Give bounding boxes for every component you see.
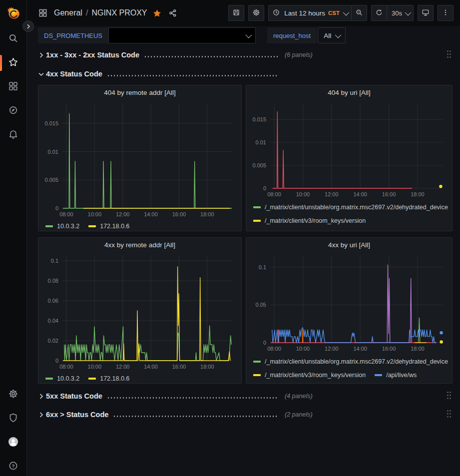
cycle-view-mode-button[interactable] — [418, 5, 434, 21]
chart-4xx-by-uri[interactable]: 00.050.108:0010:0012:0014:0016:0018:00 — [248, 253, 449, 354]
svg-text:08:00: 08:00 — [59, 211, 73, 217]
legend-item[interactable]: /api/live/ws — [375, 372, 417, 379]
chart-legend: /_matrix/client/unstable/org.matrix.msc2… — [246, 199, 452, 231]
legend-item[interactable]: 10.0.3.2 — [45, 375, 79, 382]
sidebar-item-server-admin[interactable] — [0, 413, 27, 425]
legend-row: /_matrix/client/r0/sync — [253, 382, 452, 383]
datasource-select[interactable] — [108, 27, 256, 43]
svg-text:0.015: 0.015 — [44, 120, 58, 126]
legend-label: 10.0.3.2 — [57, 223, 79, 230]
sidebar-item-user-profile[interactable] — [0, 437, 27, 449]
svg-text:14:00: 14:00 — [353, 346, 367, 352]
dashboard-settings-button[interactable] — [248, 5, 264, 21]
legend-label: 172.18.0.6 — [100, 223, 129, 230]
time-range-label: Last 12 hours — [284, 9, 325, 17]
sidebar-item-explore[interactable] — [0, 105, 27, 117]
chart-404-by-uri[interactable]: 00.0050.010.01508:0010:0012:0014:0016:00… — [248, 100, 449, 199]
legend-item[interactable]: /_matrix/client/v3/room_keys/version — [253, 217, 366, 224]
legend-row: /_matrix/client/v3/room_keys/version — [253, 214, 452, 227]
row-drag-handle[interactable] — [447, 410, 452, 420]
row-title[interactable]: 5xx Status Code — [46, 392, 102, 400]
breadcrumb-separator: / — [86, 8, 88, 17]
zoom-out-time-button[interactable] — [351, 5, 367, 21]
svg-text:08:00: 08:00 — [59, 364, 73, 370]
legend-row: /_matrix/client/unstable/org.matrix.msc2… — [253, 200, 452, 214]
sidebar-item-help[interactable]: ? — [0, 461, 27, 473]
row-drag-handle[interactable] — [447, 50, 452, 60]
refresh-button[interactable] — [371, 5, 387, 21]
apps-grid-icon[interactable] — [38, 8, 48, 18]
svg-text:14:00: 14:00 — [144, 211, 158, 217]
bell-icon — [8, 129, 18, 141]
sidebar-item-search[interactable] — [0, 33, 27, 45]
dashboard-row-4xx[interactable]: 4xx Status Code — [38, 67, 453, 81]
svg-text:0.04: 0.04 — [48, 318, 58, 324]
legend-item[interactable]: /_matrix/client/v3/room_keys/version — [253, 372, 366, 379]
breadcrumb-dashboard-title[interactable]: NGINX PROXY — [91, 8, 147, 17]
breadcrumb-folder[interactable]: General — [54, 8, 82, 17]
svg-text:14:00: 14:00 — [353, 191, 367, 197]
panel-4xx-by-remote-addr: 4xx by remote addr [All] 00.020.040.060.… — [38, 237, 242, 384]
search-icon — [8, 33, 18, 45]
row-title[interactable]: 4xx Status Code — [46, 70, 102, 78]
legend-item[interactable]: /_matrix/client/unstable/org.matrix.msc2… — [253, 358, 448, 365]
row-drag-handle[interactable] — [447, 391, 452, 402]
sidebar-item-starred[interactable] — [0, 57, 27, 69]
sidebar-item-configuration[interactable] — [0, 389, 27, 401]
row-panel-count: (6 panels) — [285, 51, 313, 58]
legend-label: 172.18.0.6 — [100, 375, 129, 382]
chart-404-by-remote-addr[interactable]: 00.0050.010.01508:0010:0012:0014:0016:00… — [40, 100, 238, 219]
svg-text:0.08: 0.08 — [48, 278, 58, 284]
save-icon — [232, 8, 240, 18]
panel-title[interactable]: 4xx by uri [All] — [246, 238, 452, 253]
svg-text:0: 0 — [55, 205, 58, 211]
chevron-down-icon — [405, 9, 412, 15]
svg-text:10:00: 10:00 — [88, 211, 102, 217]
svg-text:08:00: 08:00 — [267, 191, 281, 197]
panel-title[interactable]: 404 by remote addr [All] — [38, 85, 241, 100]
refresh-interval-dropdown[interactable]: 30s — [387, 5, 414, 21]
dashboard-row-5xx[interactable]: 5xx Status Code (4 panels) — [38, 389, 453, 403]
row-title[interactable]: 6xx > Status Code — [46, 411, 108, 419]
sidebar-item-dashboards[interactable] — [0, 81, 27, 93]
dashboard-row-1xx-3xx-2xx[interactable]: 1xx - 3xx - 2xx Status Code (6 panels) — [38, 48, 453, 62]
svg-text:10:00: 10:00 — [296, 346, 310, 352]
svg-text:08:00: 08:00 — [267, 346, 281, 352]
legend-item[interactable]: 10.0.3.2 — [45, 223, 79, 230]
row-panel-count: (2 panels) — [285, 411, 313, 418]
dashboard-row-6xx[interactable]: 6xx > Status Code (2 panels) — [38, 408, 453, 422]
row-panel-count: (4 panels) — [285, 393, 313, 400]
legend-item[interactable]: 172.18.0.6 — [88, 375, 129, 382]
chart-4xx-by-remote-addr[interactable]: 00.020.040.060.080.108:0010:0012:0014:00… — [40, 253, 238, 372]
svg-text:18:00: 18:00 — [200, 364, 214, 370]
chevron-right-icon — [38, 52, 46, 58]
grafana-logo[interactable] — [4, 4, 22, 22]
legend-item[interactable]: 172.18.0.6 — [88, 223, 129, 230]
save-dashboard-button[interactable] — [228, 5, 244, 21]
sidebar-item-alerting[interactable] — [0, 129, 27, 141]
legend-item[interactable]: /_matrix/client/unstable/org.matrix.msc2… — [253, 231, 448, 231]
row-leader-dots — [144, 56, 279, 57]
svg-text:0.015: 0.015 — [252, 116, 266, 122]
request-host-variable-label: request_host — [267, 27, 317, 43]
svg-text:18:00: 18:00 — [411, 191, 425, 197]
share-icon[interactable] — [168, 8, 177, 17]
svg-text:0.1: 0.1 — [51, 258, 58, 264]
legend-item[interactable]: /_matrix/client/unstable/org.matrix.msc2… — [253, 204, 448, 211]
legend-label: /_matrix/client/unstable/org.matrix.msc2… — [265, 231, 448, 231]
favorite-star-icon[interactable] — [152, 8, 162, 18]
svg-text:0.005: 0.005 — [252, 162, 266, 168]
row-title[interactable]: 1xx - 3xx - 2xx Status Code — [46, 51, 139, 59]
request-host-select[interactable]: All — [318, 27, 346, 43]
sidebar-expand-button[interactable] — [22, 20, 34, 32]
more-options-button[interactable] — [438, 5, 454, 21]
time-range-picker[interactable]: Last 12 hours CST — [268, 5, 352, 21]
legend-swatch — [253, 206, 261, 208]
svg-text:16:00: 16:00 — [382, 191, 396, 197]
panel-title[interactable]: 404 by uri [All] — [246, 85, 452, 100]
legend-label: /_matrix/client/v3/room_keys/version — [265, 372, 366, 379]
legend-row: 10.0.3.2172.18.0.6 — [45, 220, 241, 231]
panel-title[interactable]: 4xx by remote addr [All] — [38, 238, 241, 253]
chart-legend: 10.0.3.2172.18.0.6 — [38, 372, 241, 383]
zoom-out-icon — [355, 8, 363, 18]
